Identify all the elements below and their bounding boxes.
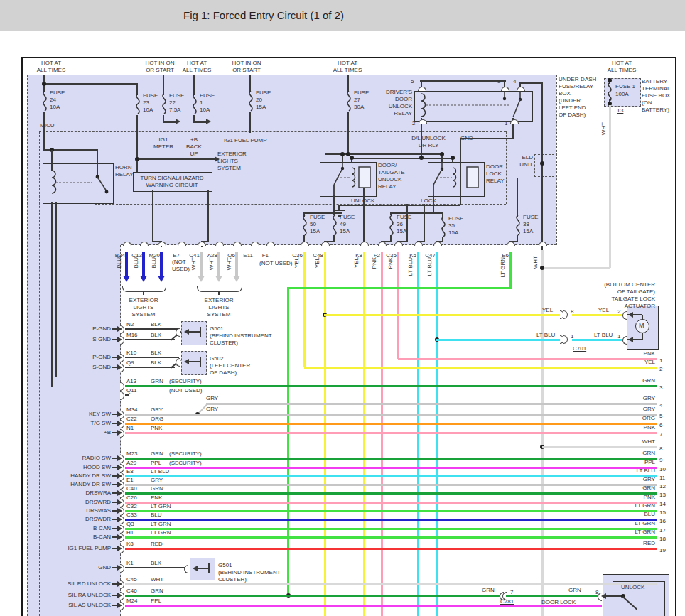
right-pin-color: LT BLU [598, 468, 655, 475]
wire-row4-gry [206, 403, 657, 405]
micu-box-top [39, 131, 506, 132]
micu-label: MICU [40, 122, 54, 129]
ground-location: (LEFT CENTER OF DASH) [210, 362, 250, 377]
exterior-lights-wire-wht [200, 252, 203, 276]
micu-signal-label: IG1 FUEL PUMP [28, 545, 111, 552]
ground-location: (BEHIND INSTRUMENT CLUSTER) [218, 569, 281, 583]
wire [207, 190, 209, 242]
b-backup-label: +B BACK UP [183, 136, 205, 158]
ground-name: G501 [218, 562, 232, 569]
fuse-number: 24 [50, 97, 56, 104]
wire-code-label: A13 [126, 378, 136, 385]
wire [193, 75, 195, 95]
battery-fuse-symbol [606, 82, 613, 101]
exterior-lights-wire-blu [125, 252, 128, 276]
wire [333, 195, 335, 214]
pin-bump-wht [539, 242, 547, 246]
fuse-name: FUSE [523, 214, 538, 221]
right-pin-number: 4 [659, 402, 662, 409]
wire [136, 115, 138, 173]
pin-bump-C36 [301, 242, 309, 246]
arrowhead [117, 465, 122, 470]
fuse-amperage: 15A [340, 228, 350, 235]
arrowhead [215, 276, 222, 282]
wire-e6-ltgrn-h [287, 287, 512, 289]
fuse-number: 20 [256, 97, 262, 104]
right-pin-color: RED [598, 540, 655, 547]
arrowhead [158, 276, 165, 282]
junction-dot [42, 82, 46, 86]
wire-color-label: PNK [387, 257, 394, 269]
fuse-name: FUSE [354, 90, 369, 97]
not-used-note: (NOT USED) [259, 260, 293, 267]
wire [249, 112, 251, 133]
wire-C40 [125, 492, 657, 495]
pin-bump-B34 [123, 242, 131, 246]
wire [351, 158, 455, 159]
wire-code-label: K1 [126, 560, 134, 567]
relay-pin-number: 4 [513, 78, 516, 85]
fuse-name: FUSE [169, 92, 184, 99]
arrowhead [117, 326, 122, 332]
wire-code-label: C33 [126, 512, 137, 519]
wire-M23 [125, 458, 657, 460]
door-tailgate-unlock-relay-internals [320, 162, 375, 195]
wire-code-label: E1 [126, 477, 134, 484]
wire [197, 568, 208, 569]
right-pin-number: 2 [659, 366, 662, 373]
wire-A29 [125, 467, 657, 469]
wire [163, 75, 164, 95]
micu-signal-label: SIL RA UNLOCK [28, 592, 111, 599]
eld-unit-box [534, 154, 554, 177]
wire-color-name: PNK [151, 495, 162, 502]
junction-dot [340, 152, 345, 156]
junction-dot [440, 152, 444, 156]
exterior-lights-wire-wht [217, 252, 220, 276]
exterior-lights-wire-wht [235, 252, 238, 276]
micu-signal-label: P-GND [28, 354, 111, 361]
wire [188, 361, 200, 362]
right-pin-color: LT GRN [598, 520, 655, 527]
diagram-canvas: B34BLUC13BLUM20BLUE7(NOT USED)C41WHTA28W… [0, 0, 685, 616]
wire-C46 [125, 595, 500, 597]
wire-row2-yel [304, 367, 657, 369]
right-pin-color: PNK [598, 494, 655, 501]
arrowhead [117, 364, 122, 370]
underdash-box-right [556, 75, 557, 245]
brace-left [122, 286, 166, 292]
power-source-label: HOT AT ALL TIMES [23, 60, 80, 74]
wire-yel-to-c701 [324, 314, 563, 316]
arrowhead [117, 355, 122, 360]
wire [406, 204, 408, 242]
pin-bump-Q6 [233, 242, 242, 246]
arrowhead [117, 534, 122, 540]
arrowhead [117, 490, 122, 496]
fuse-symbol [191, 94, 198, 114]
relay-pin-number: 2 [412, 120, 415, 127]
wire-row8-wht [542, 446, 657, 448]
right-pin-color: GRY [598, 476, 655, 483]
actuator-pin2: 2 [617, 308, 620, 315]
arrowhead [117, 455, 122, 461]
wire-code-label: C26 [126, 495, 137, 502]
wire [143, 291, 144, 295]
horn-relay-internals [43, 163, 112, 202]
underdash-box-label: UNDER-DASH FUSE/RELAY BOX (UNDER LEFT EN… [559, 76, 596, 119]
micu-signal-label: T/G SW [28, 420, 111, 427]
arrowhead [117, 593, 122, 598]
arrowhead [628, 337, 633, 342]
brace-right [197, 286, 242, 292]
wire-code-label: N1 [126, 425, 134, 432]
unlock-label: UNLOCK [351, 198, 374, 205]
wire-code-label: K10 [126, 350, 136, 357]
wire [420, 80, 506, 82]
fuse-name: FUSE [340, 214, 355, 221]
arrowhead [233, 276, 240, 282]
arrowhead [117, 508, 122, 514]
gry-branch-label: GRY [206, 395, 218, 402]
right-pin-color: LT GRN [598, 529, 655, 536]
wire-code-label: M23 [126, 450, 138, 458]
wire-C32 [125, 510, 657, 512]
arrowhead [117, 603, 122, 608]
micu-inner-edge [95, 204, 95, 616]
